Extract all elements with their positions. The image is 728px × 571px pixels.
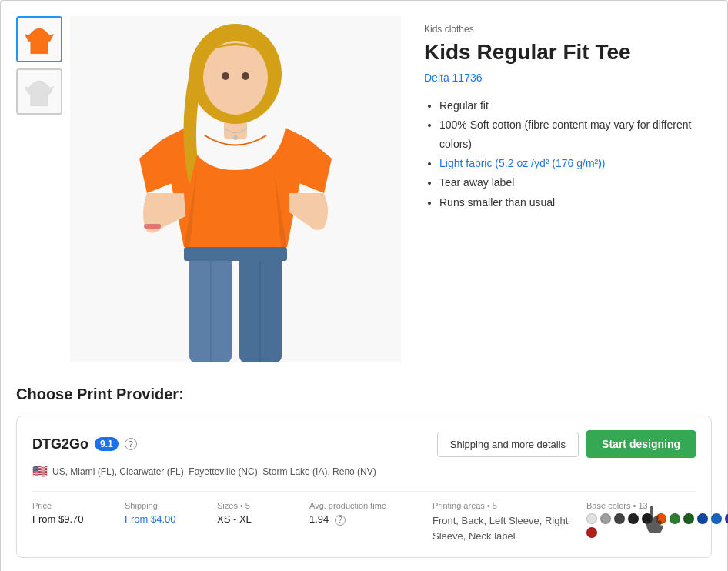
sizes-label: Sizes • 5 xyxy=(217,501,309,510)
feature-item-2: 100% Soft cotton (fibre content may vary… xyxy=(439,115,712,154)
provider-name: DTG2Go xyxy=(32,436,88,452)
color-dot[interactable] xyxy=(697,513,708,524)
production-label: Avg. production time xyxy=(309,501,432,510)
color-dot[interactable] xyxy=(683,513,694,524)
product-title: Kids Regular Fit Tee xyxy=(424,39,712,65)
svg-rect-14 xyxy=(144,224,161,229)
feature-item-5: Runs smaller than usual xyxy=(439,193,712,212)
main-product-image xyxy=(70,16,401,362)
provider-name-row: DTG2Go 9.1 ? xyxy=(32,436,137,452)
help-icon[interactable]: ? xyxy=(125,438,137,450)
printing-areas-label: Printing areas • 5 xyxy=(432,501,586,510)
thumbnails xyxy=(16,16,62,362)
product-sku: Delta 11736 xyxy=(424,72,712,84)
color-dot[interactable] xyxy=(628,513,639,524)
features-list: Regular fit 100% Soft cotton (fibre cont… xyxy=(424,96,712,212)
price-value: From $9.70 xyxy=(32,513,125,525)
choose-provider-heading: Choose Print Provider: xyxy=(16,386,712,403)
provider-location: US, Miami (FL), Clearwater (FL), Fayette… xyxy=(52,466,376,477)
image-column xyxy=(16,16,401,362)
location-row: 🇺🇸 US, Miami (FL), Clearwater (FL), Faye… xyxy=(32,464,696,479)
colors-dots-row xyxy=(586,513,728,538)
thumbnail-1[interactable] xyxy=(16,16,62,62)
colors-label: Base colors • 13 xyxy=(586,501,728,510)
shipping-label: Shipping xyxy=(125,501,217,510)
provider-card: DTG2Go 9.1 ? Shipping and more details S… xyxy=(16,416,712,558)
us-flag-icon: 🇺🇸 xyxy=(32,464,48,479)
feature-item-1: Regular fit xyxy=(439,96,712,115)
product-section: Kids clothes Kids Regular Fit Tee Delta … xyxy=(16,16,712,362)
product-info: Kids clothes Kids Regular Fit Tee Delta … xyxy=(424,16,712,362)
color-dot[interactable] xyxy=(586,527,597,538)
svg-point-13 xyxy=(233,135,238,140)
page-container: Kids clothes Kids Regular Fit Tee Delta … xyxy=(0,0,728,571)
provider-stats: Price From $9.70 Shipping From $4.00 Siz… xyxy=(32,491,696,543)
feature-item-3: Light fabric (5.2 oz /yd² (176 g/m²)) xyxy=(439,154,712,173)
feature-item-4: Tear away label xyxy=(439,173,712,192)
color-dot[interactable] xyxy=(725,513,728,524)
price-label: Price xyxy=(32,501,125,510)
production-col: Avg. production time 1.94 ? xyxy=(309,501,432,543)
svg-point-10 xyxy=(203,41,268,115)
color-dot[interactable] xyxy=(656,513,666,524)
svg-point-11 xyxy=(222,72,229,80)
provider-rating: 9.1 xyxy=(95,437,119,451)
sizes-col: Sizes • 5 XS - XL xyxy=(217,501,309,543)
light-fabric-link[interactable]: Light fabric (5.2 oz /yd² (176 g/m²)) xyxy=(439,157,606,169)
price-col: Price From $9.70 xyxy=(32,501,125,543)
colors-col: Base colors • 13 xyxy=(586,501,728,543)
color-dot[interactable] xyxy=(642,513,653,524)
color-dot[interactable] xyxy=(711,513,722,524)
shipping-value: From $4.00 xyxy=(125,513,217,525)
color-dot[interactable] xyxy=(614,513,625,524)
provider-header: DTG2Go 9.1 ? Shipping and more details S… xyxy=(32,430,696,458)
color-dot[interactable] xyxy=(586,513,597,524)
color-dot[interactable] xyxy=(600,513,611,524)
category-label: Kids clothes xyxy=(424,24,712,35)
shipping-col: Shipping From $4.00 xyxy=(125,501,217,543)
start-designing-button[interactable]: Start designing xyxy=(586,430,696,458)
shipping-details-button[interactable]: Shipping and more details xyxy=(437,432,579,457)
production-value: 1.94 ? xyxy=(309,513,432,526)
printing-areas-col: Printing areas • 5 Front, Back, Left Sle… xyxy=(432,501,586,543)
sizes-value: XS - XL xyxy=(217,513,309,525)
thumbnail-2[interactable] xyxy=(16,68,62,115)
printing-areas-value: Front, Back, Left Sleeve, Right Sleeve, … xyxy=(432,513,586,543)
production-help-icon[interactable]: ? xyxy=(335,515,346,526)
svg-rect-7 xyxy=(184,247,287,261)
color-dot[interactable] xyxy=(670,513,680,524)
provider-buttons: Shipping and more details Start designin… xyxy=(437,430,696,458)
svg-point-12 xyxy=(242,72,249,80)
